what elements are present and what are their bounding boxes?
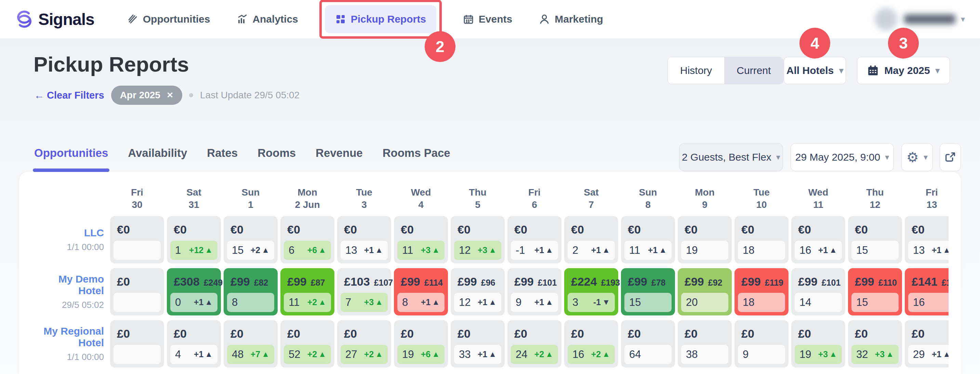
cell-quantity: 14 <box>799 296 811 308</box>
cell-price: £308£249 <box>167 268 221 288</box>
cell-delta: +2▲ <box>307 349 326 359</box>
cell-quantity: 16 <box>799 244 811 257</box>
pickup-cell[interactable]: £027+2▲ <box>337 320 391 368</box>
current-button[interactable]: Current <box>724 57 783 84</box>
settings-dropdown[interactable]: ⚙ ▾ <box>901 143 933 171</box>
cell-price: £0 <box>167 320 221 340</box>
nav-item-events[interactable]: Events <box>463 13 512 25</box>
signals-logo[interactable]: Signals <box>15 10 94 29</box>
pickup-cell[interactable]: £308£2490+1▲ <box>167 268 221 315</box>
cell-pickup-box: 11+3▲ <box>397 241 444 260</box>
pickup-cell[interactable]: £99£828 <box>224 268 278 315</box>
pickup-cell[interactable]: €019 <box>678 216 732 264</box>
cell-delta: +3▲ <box>478 245 496 255</box>
cell-delta: +1▲ <box>591 245 610 255</box>
nav-item-opportunities[interactable]: Opportunities <box>127 13 210 25</box>
pickup-cell[interactable]: £029+1▲ <box>905 320 948 368</box>
pickup-cell[interactable]: £09 <box>735 320 789 368</box>
cell-quantity: 13 <box>913 244 924 257</box>
cell-pickup-box: 1+12▲ <box>170 241 218 260</box>
cell-compare-price: £87 <box>311 278 325 288</box>
pickup-cell[interactable]: £048+7▲ <box>224 320 278 368</box>
close-icon[interactable]: ✕ <box>167 90 173 100</box>
pickup-cell[interactable]: £0 <box>110 320 164 368</box>
hotel-name-link[interactable]: My Demo Hotel <box>32 273 104 297</box>
arrow-up-icon: ▲ <box>829 350 837 359</box>
pickup-cell[interactable]: £064 <box>621 320 675 368</box>
arrow-up-icon: ▲ <box>546 246 553 255</box>
hotel-name-link[interactable]: My Regional Hotel <box>32 325 104 349</box>
tab-availability[interactable]: Availability <box>128 147 187 172</box>
pickup-cell[interactable]: £033+1▲ <box>451 320 505 368</box>
pickup-cell[interactable]: £141£16616 <box>905 268 948 315</box>
grid-icon <box>335 14 346 25</box>
cell-quantity: 12 <box>459 244 471 257</box>
pickup-cell[interactable]: €06+6▲ <box>280 216 334 264</box>
tab-opportunities[interactable]: Opportunities <box>34 147 108 172</box>
pickup-cell[interactable]: €015 <box>848 216 902 264</box>
pickup-cell[interactable]: £016+2▲ <box>564 320 618 368</box>
pickup-cell[interactable]: €013+1▲ <box>337 216 391 264</box>
cell-quantity: 11 <box>289 296 299 308</box>
hotel-name-link[interactable]: LLC <box>32 227 104 239</box>
pickup-cell[interactable]: €0 <box>110 216 164 264</box>
pickup-cell[interactable]: £0 <box>110 268 164 315</box>
pickup-cell[interactable]: £99£9220 <box>678 268 732 315</box>
cell-delta: +1▲ <box>478 349 496 359</box>
pickup-cell[interactable]: £99£11015 <box>848 268 902 315</box>
pickup-cell[interactable]: €018 <box>735 216 789 264</box>
cell-delta: +1▲ <box>932 349 948 359</box>
cell-price: £99£96 <box>451 268 505 288</box>
pickup-cell[interactable]: €013+1▲ <box>905 216 948 264</box>
tab-revenue[interactable]: Revenue <box>316 147 363 172</box>
pickup-cell[interactable]: £99£1148+1▲ <box>394 268 448 315</box>
pickup-cell[interactable]: £99£8711+2▲ <box>280 268 334 315</box>
cell-price: £0 <box>848 320 902 340</box>
pickup-cell[interactable]: €016+1▲ <box>791 216 845 264</box>
pickup-cell[interactable]: €011+1▲ <box>621 216 675 264</box>
filter-chip-apr-2025[interactable]: Apr 2025 ✕ <box>111 86 182 105</box>
pickup-cell[interactable]: £99£10114 <box>791 268 845 315</box>
pickup-cell[interactable]: £99£1019+1▲ <box>508 268 562 315</box>
nav-item-pickup-reports[interactable]: Pickup Reports 2 <box>325 5 436 33</box>
pickup-cell[interactable]: £99£7815 <box>621 268 675 315</box>
pickup-cell[interactable]: €012+3▲ <box>451 216 505 264</box>
pickup-cell[interactable]: £052+2▲ <box>280 320 334 368</box>
cell-pickup-box: 12+3▲ <box>454 241 501 260</box>
user-menu[interactable]: ▾ <box>875 8 965 30</box>
pickup-cell[interactable]: €01+12▲ <box>167 216 221 264</box>
month-picker[interactable]: 3 May 2025 ▾ <box>857 57 950 84</box>
pickup-cell[interactable]: €011+3▲ <box>394 216 448 264</box>
tab-rooms-pace[interactable]: Rooms Pace <box>383 147 450 172</box>
pickup-cell[interactable]: £99£11918 <box>735 268 789 315</box>
pickup-cell[interactable]: €0-1+1▲ <box>508 216 562 264</box>
pickup-table: Fri30Sat31Sun1Mon2 JunTue3Wed4Thu5Fri6Sa… <box>32 184 948 368</box>
nav-item-analytics[interactable]: Analytics <box>237 13 298 25</box>
datetime-filter-dropdown[interactable]: 29 May 2025, 9:00 ▾ <box>791 143 894 171</box>
pickup-cell[interactable]: £103£1077+3▲ <box>337 268 391 315</box>
history-button[interactable]: History <box>668 57 724 84</box>
pickup-cell[interactable]: £019+6▲ <box>394 320 448 368</box>
hotel-row: My Demo Hotel29/5 05:02£0£308£2490+1▲£99… <box>32 268 948 315</box>
tab-rates[interactable]: Rates <box>207 147 238 172</box>
pickup-cell[interactable]: £038 <box>678 320 732 368</box>
pickup-cell[interactable]: €015+2▲ <box>224 216 278 264</box>
export-button[interactable] <box>940 143 961 171</box>
cell-delta: +1▲ <box>535 245 553 255</box>
tab-rooms[interactable]: Rooms <box>258 147 296 172</box>
cell-price: €0 <box>110 216 164 236</box>
pickup-cell[interactable]: €02+1▲ <box>564 216 618 264</box>
nav-item-marketing[interactable]: Marketing <box>539 13 603 25</box>
pickup-cell[interactable]: £224£1933-1▼ <box>564 268 618 315</box>
cell-price: £0 <box>337 320 391 340</box>
all-hotels-dropdown[interactable]: 4 All Hotels ▾ <box>784 57 846 84</box>
clear-filters-link[interactable]: ← Clear Filters <box>34 90 104 101</box>
pickup-cell[interactable]: £032+3▲ <box>848 320 902 368</box>
nav-label: Analytics <box>252 13 298 25</box>
pickup-cell[interactable]: £04+1▲ <box>167 320 221 368</box>
cell-pickup-box: 9+1▲ <box>511 293 558 312</box>
guests-filter-dropdown[interactable]: 2 Guests, Best Flex ▾ <box>679 143 783 171</box>
pickup-cell[interactable]: £99£9612+1▲ <box>451 268 505 315</box>
pickup-cell[interactable]: £019+3▲ <box>791 320 845 368</box>
pickup-cell[interactable]: £024+2▲ <box>508 320 562 368</box>
